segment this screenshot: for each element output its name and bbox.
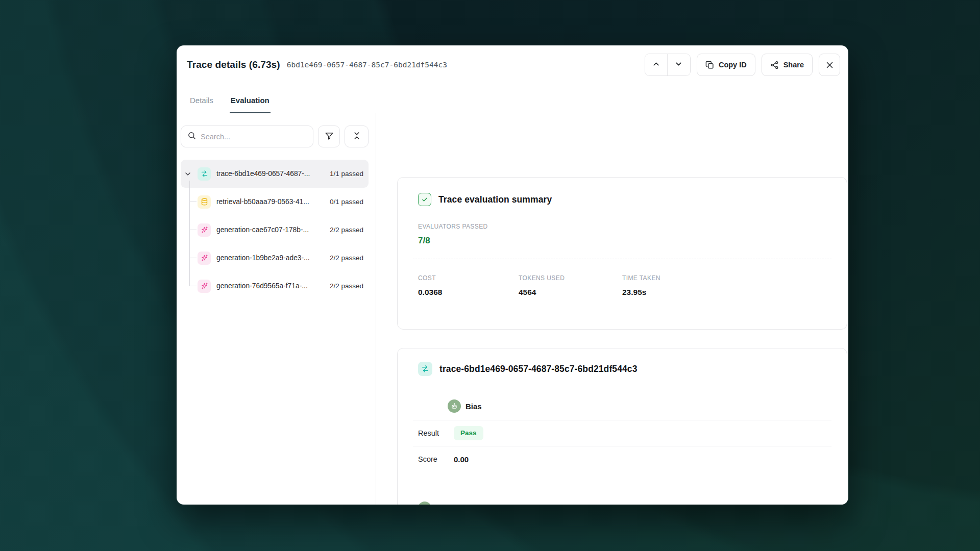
stat-tokens-used: TOKENS USED 4564 [519, 274, 622, 297]
sparkles-icon [198, 223, 211, 237]
stat-label: COST [418, 274, 519, 282]
trace-icon [418, 362, 432, 376]
tree-row-label: trace-6bd1e469-0657-4687-... [216, 170, 326, 178]
search-input[interactable] [201, 133, 307, 141]
stat-value: 0.0368 [418, 288, 519, 297]
summary-card-title: Trace evaluation summary [438, 194, 552, 205]
trace-id-text: 6bd1e469-0657-4687-85c7-6bd21df544c3 [287, 61, 447, 69]
tree-row-status: 0/1 passed [330, 198, 363, 206]
robot-icon [448, 399, 461, 413]
share-button[interactable]: Share [762, 54, 813, 76]
score-row: Score 0.00 [418, 446, 831, 472]
evaluator-name: Bias [436, 504, 452, 505]
tree-row-generation-1[interactable]: generation-cae67c07-178b-... 2/2 passed [181, 216, 369, 244]
previous-trace-button[interactable] [645, 54, 668, 76]
sparkles-icon [198, 280, 211, 293]
result-label: Result [418, 429, 454, 437]
tree-connector [184, 272, 198, 300]
stat-value: 4564 [519, 288, 622, 297]
robot-icon [418, 502, 431, 505]
search-icon [187, 131, 196, 142]
chevron-up-icon [652, 60, 660, 70]
copy-id-label: Copy ID [719, 61, 747, 69]
tree-row-status: 2/2 passed [330, 254, 363, 262]
pass-badge: Pass [454, 426, 483, 440]
copy-icon [705, 61, 714, 69]
tree-row-retrieval[interactable]: retrieval-b50aaa79-0563-41... 0/1 passed [181, 188, 369, 216]
trace-tree: trace-6bd1e469-0657-4687-... 1/1 passed … [181, 160, 369, 300]
stat-time-taken: TIME TAKEN 23.95s [622, 274, 660, 297]
trace-tree-sidebar: trace-6bd1e469-0657-4687-... 1/1 passed … [177, 113, 376, 505]
stat-label: TOKENS USED [519, 274, 622, 282]
evaluators-passed-value: 7/8 [418, 236, 831, 246]
tree-row-label: retrieval-b50aaa79-0563-41... [216, 198, 326, 206]
sparkles-icon [198, 252, 211, 265]
chevron-down-icon [674, 60, 683, 70]
tree-row-label: generation-1b9be2a9-ade3-... [216, 254, 326, 262]
tree-row-label: generation-76d9565a-f71a-... [216, 282, 326, 290]
evaluators-passed-label: EVALUATORS PASSED [418, 223, 831, 230]
header-actions: Copy ID Share [645, 54, 840, 76]
collapse-all-button[interactable] [345, 126, 369, 147]
database-icon [198, 195, 211, 209]
modal-header: Trace details (6.73s) 6bd1e469-0657-4687… [177, 45, 848, 79]
modal-tabs: Details Evaluation [177, 79, 848, 113]
share-label: Share [783, 61, 804, 69]
tree-row-generation-3[interactable]: generation-76d9565a-f71a-... 2/2 passed [181, 272, 369, 300]
tree-row-status: 2/2 passed [330, 282, 363, 290]
score-value: 0.00 [454, 455, 469, 464]
dashed-divider [413, 259, 831, 259]
share-icon [770, 61, 779, 69]
next-trace-button[interactable] [668, 54, 690, 76]
score-label: Score [418, 455, 454, 463]
tree-row-label: generation-cae67c07-178b-... [216, 226, 326, 234]
evaluator-section-header: Bias [448, 399, 831, 413]
filter-icon [325, 131, 334, 142]
tree-row-status: 1/1 passed [330, 170, 363, 178]
trace-pager [645, 54, 691, 76]
result-row: Result Pass [418, 420, 831, 446]
checkbox-check-icon [418, 193, 431, 206]
summary-stats: COST 0.0368 TOKENS USED 4564 TIME TAKEN … [418, 274, 831, 297]
tree-row-trace[interactable]: trace-6bd1e469-0657-4687-... 1/1 passed [181, 160, 369, 188]
tab-details[interactable]: Details [189, 96, 214, 113]
modal-title: Trace details (6.73s) [187, 59, 280, 70]
trace-card-title: trace-6bd1e469-0657-4687-85c7-6bd21df544… [439, 364, 638, 374]
stat-label: TIME TAKEN [622, 274, 660, 282]
trace-icon [198, 167, 211, 181]
collapse-icon [352, 131, 361, 142]
stat-value: 23.95s [622, 288, 660, 297]
copy-id-button[interactable]: Copy ID [697, 54, 755, 76]
tree-row-generation-2[interactable]: generation-1b9be2a9-ade3-... 2/2 passed [181, 244, 369, 272]
search-box [181, 126, 313, 147]
trace-details-modal: Trace details (6.73s) 6bd1e469-0657-4687… [177, 45, 848, 505]
expander-chevron-down-icon[interactable] [184, 170, 198, 178]
stat-cost: COST 0.0368 [418, 274, 519, 297]
tab-evaluation[interactable]: Evaluation [230, 96, 271, 113]
close-icon [825, 61, 834, 69]
evaluator-name: Bias [465, 402, 482, 411]
filter-button[interactable] [318, 126, 340, 147]
evaluator-section-header: Bias [418, 502, 831, 505]
tree-row-status: 2/2 passed [330, 226, 363, 234]
evaluation-panel: Trace evaluation summary EVALUATORS PASS… [376, 113, 848, 505]
trace-detail-card: trace-6bd1e469-0657-4687-85c7-6bd21df544… [397, 348, 847, 505]
trace-evaluation-summary-card: Trace evaluation summary EVALUATORS PASS… [397, 177, 847, 330]
close-button[interactable] [819, 54, 840, 76]
